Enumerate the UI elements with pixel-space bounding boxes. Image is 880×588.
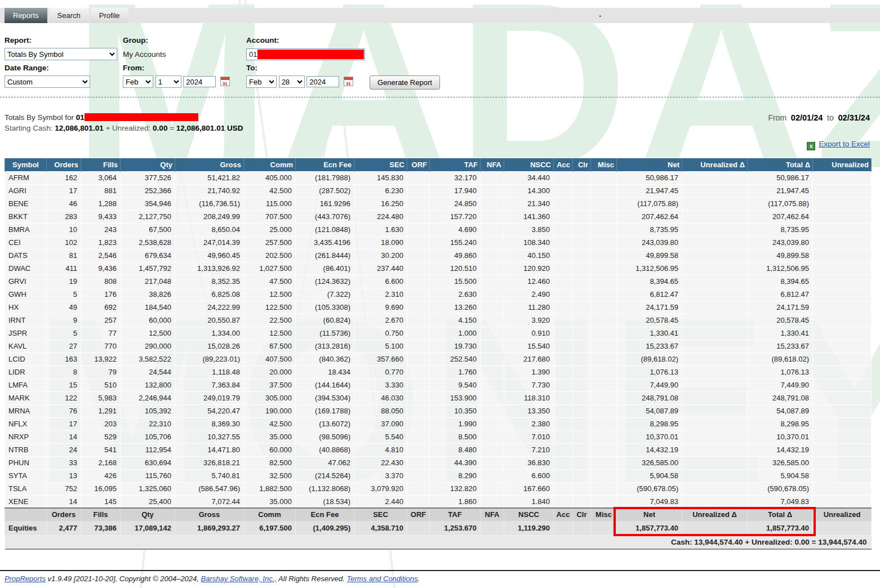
value-cell: (586,547.96) [175,482,244,495]
value-cell: 2,546 [81,249,121,262]
tab-search[interactable]: Search [49,8,89,23]
totals-header-cell: ORF [407,508,430,521]
value-cell [407,391,430,404]
value-cell [813,353,872,366]
cash-line: Cash: 13,944,574.40 + Unrealized: 0.00 =… [5,535,872,549]
value-cell: 21,947.45 [748,184,813,197]
calendar-icon[interactable] [344,77,353,86]
value-cell: 7,449.90 [617,378,682,391]
to-day-select[interactable]: 28 [279,75,305,88]
value-cell: (214.5264) [296,469,354,482]
value-cell: 1.630 [354,223,407,236]
value-cell [481,495,504,508]
report-select[interactable]: Totals By Symbol [5,48,117,60]
value-cell: (261.8444) [296,249,354,262]
value-cell [481,469,504,482]
value-cell [573,417,591,430]
symbol-cell: AGRI [5,184,47,197]
to-year-input[interactable] [306,76,339,87]
value-cell: 67,500 [121,223,175,236]
value-cell: 21.340 [504,197,554,210]
value-cell: 176 [81,288,121,301]
value-cell: 257.500 [244,236,296,249]
value-cell: 46 [47,197,81,210]
value-cell: 8,735.95 [617,223,682,236]
value-cell: 248,791.08 [748,391,813,404]
table-row: NFLX1720322,3108,369.3042.500(13.6072)37… [5,417,872,430]
value-cell: 1,027.500 [244,262,296,275]
table-row: LCID16313,9223,582,522(89,223.01)407.500… [5,353,872,366]
value-cell [573,301,591,314]
generate-report-button[interactable]: Generate Report [370,75,440,90]
from-year-input[interactable] [183,76,216,87]
value-cell: 3,435.4196 [296,236,354,249]
account-value-prefix: 01 [249,50,257,59]
value-cell: 8,394.65 [617,275,682,288]
value-cell [481,171,504,184]
value-cell: 1.760 [430,366,481,378]
value-cell: 2.310 [354,288,407,301]
value-cell: 112,954 [121,443,175,456]
value-cell: (89,223.01) [175,353,244,366]
from-month-select[interactable]: Feb [123,75,153,88]
value-cell: 60.000 [244,443,296,456]
value-cell: 50,986.17 [748,171,813,184]
value-cell: 2,477 [47,521,81,535]
value-cell: (1,132.8068) [296,482,354,495]
value-cell: 167.660 [504,482,554,495]
value-cell [407,262,430,275]
value-cell: 0.770 [354,366,407,378]
calendar-icon[interactable] [220,77,230,86]
value-cell [682,353,748,366]
value-cell: 184,540 [121,301,175,314]
value-cell [573,366,591,378]
value-cell: 105,706 [121,430,175,443]
value-cell: 1,119.290 [504,521,554,535]
export-to-excel-link[interactable]: Export to Excel [819,140,870,148]
value-cell: 18.434 [296,366,354,378]
value-cell [554,353,573,366]
propreports-link[interactable]: PropReports [5,574,46,583]
value-cell [407,340,430,353]
table-row: GWH517638,8266,825.0812.500(7.322)2.3102… [5,288,872,301]
value-cell [573,327,591,340]
terms-link[interactable]: Terms and Conditions [346,574,417,583]
account-input[interactable]: 01 [246,48,365,60]
value-cell: 88.050 [354,404,407,417]
tab-profile[interactable]: Profile [91,8,128,23]
value-cell: 25.000 [244,223,296,236]
value-cell: 405.000 [244,171,296,184]
value-cell: 145.830 [354,171,407,184]
value-cell [591,366,617,378]
table-row: XENE1414525,4007,072.4435.000(18.534)2.4… [5,495,872,508]
value-cell [407,184,430,197]
value-cell: 18.090 [354,236,407,249]
title-redaction [85,113,198,121]
value-cell: 54,087.89 [617,404,682,417]
value-cell: 16.250 [354,197,407,210]
value-cell: (144.1644) [296,378,354,391]
value-cell: 8,650.04 [175,223,244,236]
value-cell [813,301,872,314]
value-cell: 77 [81,327,121,340]
value-cell: 7,072.44 [175,495,244,508]
from-day-select[interactable]: 1 [155,75,181,88]
value-cell [573,171,591,184]
value-cell: 6.230 [354,184,407,197]
value-cell: 49.860 [430,249,481,262]
tab-reports[interactable]: Reports [5,8,47,23]
date-range-display: From 02/01/24 to 02/31/24 [768,113,870,122]
value-cell [481,275,504,288]
value-cell [407,236,430,249]
totals-header-cell: Ecn Fee [296,508,354,521]
barshay-link[interactable]: Barshay Software, Inc., [201,574,277,583]
value-cell: 49,899.58 [617,249,682,262]
value-cell: 8,352.35 [175,275,244,288]
to-month-select[interactable]: Feb [246,75,277,88]
date-range-select[interactable]: Custom [5,75,90,88]
value-cell [813,521,872,535]
value-cell: 36.830 [504,456,554,469]
totals-by-symbol-table: SymbolOrdersFillsQtyGrossCommEcn FeeSECO… [5,158,872,550]
value-cell: (105.3308) [296,301,354,314]
column-header: Unrealized [813,158,872,171]
